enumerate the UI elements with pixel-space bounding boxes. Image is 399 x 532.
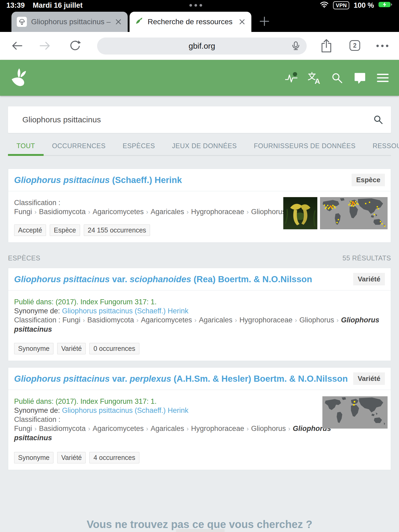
gbif-logo[interactable] — [11, 67, 31, 89]
rank-chip: Espèce — [50, 225, 80, 236]
result-card-variety-1: Gliophorus psittacinus var. sciophanoide… — [8, 268, 391, 361]
occurrence-count-chip: 0 occurrences — [89, 343, 139, 354]
species-title-link[interactable]: Gliophorus psittacinus (Schaeff.) Herink — [14, 175, 182, 185]
menu-icon[interactable] — [376, 72, 389, 84]
section-result-count: 55 RÉSULTATS — [343, 254, 391, 262]
tab-fournisseurs[interactable]: FOURNISSEURS DE DONNÉES — [245, 137, 364, 155]
rank-chip: Variété — [57, 343, 86, 354]
rank-badge: Espèce — [352, 174, 385, 186]
synonym-link[interactable]: Gliophorus psittacinus (Schaeff.) Herink — [62, 406, 188, 414]
browser-tab-strip: Gliophorus psittacinus – Recherche de re… — [0, 11, 399, 32]
section-label: ESPÈCES — [8, 254, 40, 262]
mic-icon[interactable] — [291, 41, 301, 51]
result-card-featured: Gliophorus psittacinus (Schaeff.) Herink… — [8, 169, 391, 243]
gbif-header: A — [0, 60, 399, 96]
rank-badge: Variété — [353, 273, 385, 285]
footer-heading: Vous ne trouvez pas ce que vous cherchez… — [0, 518, 399, 530]
occurrence-map-thumbnail — [320, 197, 388, 230]
classification-line: Classification : Fungi›Basidiomycota›Aga… — [14, 415, 319, 442]
url-text: gbif.org — [189, 41, 215, 51]
tab-jeux-de-donnees[interactable]: JEUX DE DONNÉES — [164, 137, 246, 155]
health-status-icon[interactable] — [285, 72, 298, 84]
browser-tab-inactive[interactable]: Gliophorus psittacinus – — [11, 12, 128, 32]
classification-line: Classification : Fungi›Basidiomycota›Aga… — [14, 315, 385, 334]
status-chip: Synonyme — [14, 452, 53, 463]
clock: 13:39 — [6, 1, 25, 10]
status-chip: Accepté — [14, 225, 46, 236]
gbif-favicon-icon — [135, 17, 143, 27]
search-input[interactable] — [15, 115, 373, 124]
svg-text:A: A — [315, 77, 320, 84]
address-bar[interactable]: gbif.org — [97, 38, 307, 55]
browser-toolbar: gbif.org 2 — [0, 32, 399, 60]
occurrence-count-chip: 4 occurrences — [89, 452, 139, 463]
result-type-tabs: TOUT OCCURRENCES ESPÈCES JEUX DE DONNÉES… — [8, 137, 391, 156]
tab-title: Recherche de ressources — [148, 18, 235, 26]
vpn-badge: VPN — [333, 1, 349, 9]
feedback-chat-icon[interactable] — [353, 72, 367, 84]
tab-especes[interactable]: ESPÈCES — [114, 137, 164, 155]
status-chips: Synonyme Variété 0 occurrences — [14, 343, 385, 354]
browser-menu-icon[interactable] — [376, 45, 388, 47]
species-section-header: ESPÈCES 55 RÉSULTATS — [8, 254, 391, 262]
classification-line: Classification : Fungi›Basidiomycota›Aga… — [14, 198, 269, 217]
synonym-link[interactable]: Gliophorus psittacinus (Schaeff.) Herink — [62, 307, 188, 315]
search-submit-icon[interactable] — [373, 114, 384, 125]
close-tab-icon[interactable] — [238, 18, 246, 26]
search-icon[interactable] — [330, 72, 344, 84]
rank-chip: Variété — [57, 452, 86, 463]
battery-charging-icon — [378, 1, 393, 10]
synonym-line: Synonyme de: Gliophorus psittacinus (Sch… — [14, 306, 385, 315]
wifi-icon — [320, 1, 329, 10]
forward-button[interactable] — [39, 40, 51, 51]
tab-occurrences[interactable]: OCCURRENCES — [44, 137, 114, 155]
reload-button[interactable] — [69, 40, 81, 51]
multitask-dots-icon — [189, 4, 202, 7]
date: Mardi 16 juillet — [33, 1, 83, 10]
occurrence-count-chip: 24 155 occurrences — [84, 225, 150, 236]
site-search-bar — [8, 106, 391, 133]
status-chips: Synonyme Variété 4 occurrences — [14, 452, 385, 463]
share-icon[interactable] — [321, 39, 333, 49]
battery-percent: 100 % — [354, 1, 374, 10]
status-chip: Synonyme — [14, 343, 53, 354]
tab-ressources[interactable]: RESSOURCES — [364, 137, 399, 155]
tab-tout[interactable]: TOUT — [8, 137, 44, 155]
tab-switcher-button[interactable]: 2 — [350, 40, 360, 51]
back-button[interactable] — [11, 40, 23, 51]
mushroom-favicon-icon — [17, 17, 27, 27]
published-in: Publié dans: (2017). Index Fungorum 317:… — [14, 297, 385, 306]
page-content: TOUT OCCURRENCES ESPÈCES JEUX DE DONNÉES… — [0, 96, 399, 532]
species-photo-thumbnail — [283, 197, 317, 230]
browser-tab-active[interactable]: Recherche de ressources — [130, 12, 251, 32]
footer-button-partial[interactable] — [176, 530, 225, 532]
rank-badge: Variété — [353, 372, 385, 385]
screen: 13:39 Mardi 16 juillet VPN 100 % — [0, 0, 399, 532]
translate-icon[interactable]: A — [307, 72, 321, 84]
close-tab-icon[interactable] — [114, 18, 122, 26]
species-title-link[interactable]: Gliophorus psittacinus var. sciophanoide… — [14, 274, 312, 284]
species-title-link[interactable]: Gliophorus psittacinus var. perplexus (A… — [14, 374, 348, 384]
status-bar: 13:39 Mardi 16 juillet VPN 100 % — [0, 0, 399, 11]
occurrence-map-thumbnail — [322, 396, 388, 430]
new-tab-icon[interactable] — [259, 15, 270, 27]
result-card-variety-2: Gliophorus psittacinus var. perplexus (A… — [8, 367, 391, 470]
tab-title: Gliophorus psittacinus – — [31, 18, 112, 26]
